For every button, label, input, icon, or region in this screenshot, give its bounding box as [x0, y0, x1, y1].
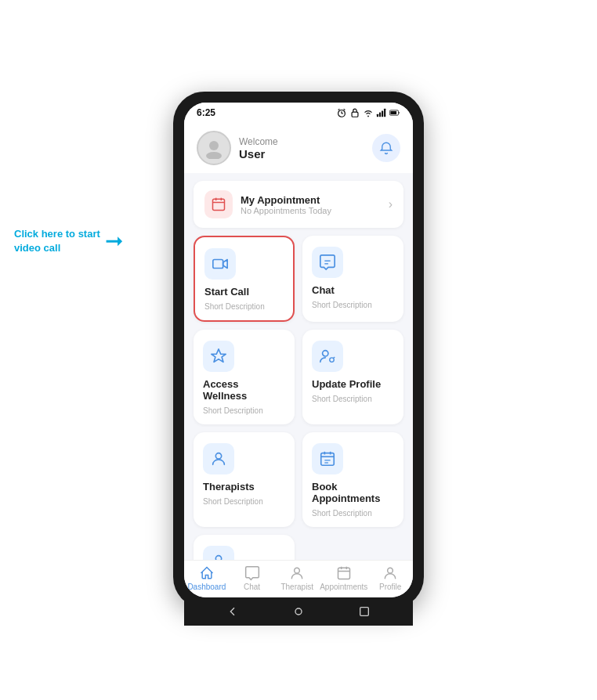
battery-icon: [389, 107, 400, 118]
nav-appointments-label: Appointments: [320, 583, 367, 591]
chat-card[interactable]: Chat Short Description: [302, 236, 403, 322]
nav-profile-label: Profile: [379, 583, 401, 591]
appt-title: My Appointment: [241, 194, 331, 206]
update-profile-desc: Short Description: [312, 395, 394, 403]
svg-rect-11: [390, 111, 396, 114]
user-name: User: [239, 147, 278, 161]
therapist-icon: [210, 450, 227, 467]
svg-rect-9: [384, 109, 385, 117]
chat-desc: Short Description: [312, 301, 394, 309]
appt-chevron: ›: [389, 197, 393, 211]
svg-rect-8: [382, 110, 383, 117]
nav-therapist-label: Therapist: [280, 583, 313, 591]
header-left: Welcome User: [197, 131, 278, 165]
nav-profile[interactable]: Profile: [367, 565, 413, 591]
profile-edit-icon: [319, 348, 336, 365]
therapists-title: Therapists: [203, 481, 285, 493]
phone-screen: 6:25: [184, 103, 413, 597]
profile-edit-icon-container: [312, 341, 343, 372]
therapist-nav-icon: [289, 565, 305, 581]
nav-chat-label: Chat: [244, 583, 260, 591]
extra-card[interactable]: [194, 535, 295, 560]
update-profile-card[interactable]: Update Profile Short Description: [302, 330, 403, 424]
appt-left: My Appointment No Appointments Today: [204, 190, 331, 218]
scroll-area[interactable]: Welcome User: [184, 121, 413, 560]
svg-line-4: [344, 109, 346, 110]
home-icon: [199, 565, 215, 581]
bell-icon: [379, 141, 393, 155]
annotation-arrow: ➞: [105, 230, 123, 252]
chat-nav-icon: [244, 565, 260, 581]
book-appt-icon: [319, 450, 336, 467]
svg-point-31: [295, 568, 300, 573]
welcome-block: Welcome User: [239, 136, 278, 161]
header: Welcome User: [184, 121, 413, 173]
alarm-icon: [336, 107, 347, 118]
svg-point-12: [209, 141, 219, 150]
wifi-icon: [363, 107, 374, 118]
book-appointments-card[interactable]: Book Appointments Short Description: [302, 432, 403, 527]
update-profile-title: Update Profile: [312, 378, 394, 390]
nav-appointments[interactable]: Appointments: [320, 565, 367, 591]
wellness-title: Access Wellness: [203, 378, 285, 402]
svg-point-36: [388, 568, 393, 573]
svg-point-13: [206, 152, 222, 159]
calendar-nav-icon: [336, 565, 352, 581]
welcome-label: Welcome: [239, 136, 278, 147]
recents-button[interactable]: [356, 604, 372, 619]
appt-text: My Appointment No Appointments Today: [241, 194, 331, 215]
appointment-banner[interactable]: My Appointment No Appointments Today ›: [194, 181, 403, 228]
status-icons: [336, 107, 400, 118]
nav-dashboard-label: Dashboard: [187, 583, 226, 591]
svg-rect-18: [213, 260, 223, 269]
svg-rect-14: [213, 199, 225, 210]
annotation-text: Click here to start video call: [14, 227, 100, 255]
svg-point-22: [330, 358, 335, 363]
back-button[interactable]: [225, 604, 241, 619]
status-bar: 6:25: [184, 103, 413, 121]
video-icon-container: [204, 248, 236, 280]
start-call-desc: Short Description: [204, 302, 284, 311]
lock-icon: [349, 107, 360, 118]
svg-point-37: [295, 608, 302, 615]
svg-rect-24: [321, 453, 335, 466]
chat-icon: [319, 254, 336, 271]
appt-subtitle: No Appointments Today: [241, 206, 331, 215]
appointment-icon: [204, 190, 233, 218]
extra-icon-container: [203, 546, 234, 560]
book-appointments-desc: Short Description: [312, 509, 394, 518]
svg-point-23: [215, 453, 221, 459]
bottom-nav: Dashboard Chat Therapist: [184, 560, 413, 597]
cards-grid: Start Call Short Description Chat Short …: [184, 228, 413, 560]
calendar-icon: [211, 197, 226, 212]
star-icon-container: [203, 341, 234, 372]
start-call-card[interactable]: Start Call Short Description: [194, 236, 295, 322]
therapists-card[interactable]: Therapists Short Description: [194, 432, 295, 527]
nav-dashboard[interactable]: Dashboard: [184, 565, 230, 591]
nav-therapist[interactable]: Therapist: [274, 565, 320, 591]
status-time: 6:25: [197, 107, 215, 118]
video-icon: [212, 255, 229, 272]
signal-icon: [376, 107, 387, 118]
annotation: Click here to start video call ➞: [14, 227, 123, 255]
avatar: [197, 131, 231, 165]
home-button[interactable]: [291, 604, 306, 619]
nav-chat[interactable]: Chat: [230, 565, 275, 591]
wellness-card[interactable]: Access Wellness Short Description: [194, 330, 295, 424]
chat-icon-container: [312, 247, 343, 278]
svg-rect-38: [360, 608, 369, 616]
svg-rect-7: [379, 113, 381, 117]
extra-person-icon: [210, 553, 227, 560]
therapist-icon-container: [203, 443, 234, 474]
wellness-desc: Short Description: [203, 406, 285, 415]
bell-button[interactable]: [372, 134, 400, 162]
star-icon: [210, 348, 227, 365]
book-appt-icon-container: [312, 443, 343, 474]
phone-device: 6:25: [173, 92, 424, 608]
therapists-desc: Short Description: [203, 497, 285, 506]
start-call-title: Start Call: [204, 286, 284, 298]
profile-nav-icon: [382, 565, 398, 581]
svg-line-3: [338, 109, 340, 110]
chat-title: Chat: [312, 284, 394, 296]
svg-rect-6: [377, 114, 378, 117]
